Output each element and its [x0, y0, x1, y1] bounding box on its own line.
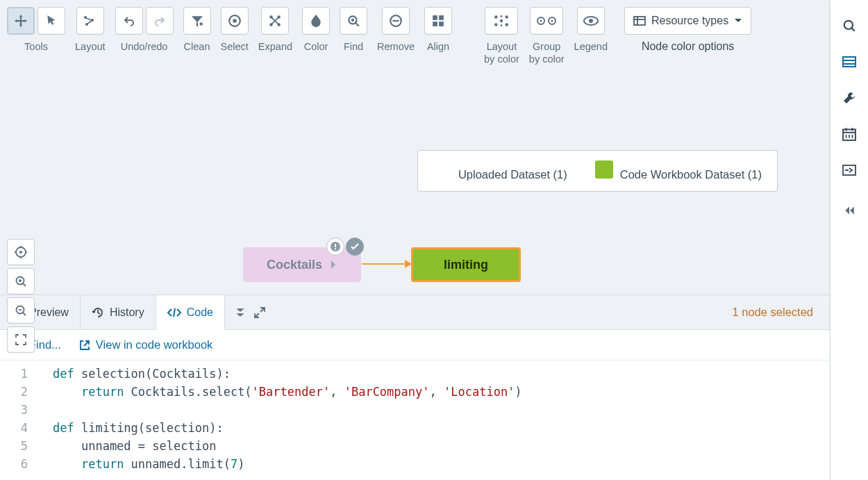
legend-label: Legend [574, 40, 608, 53]
rail-schedule-icon[interactable] [836, 121, 862, 147]
svg-point-22 [506, 15, 508, 18]
undo-redo-label: Undo/redo [121, 40, 168, 53]
expand-icon[interactable] [254, 307, 265, 318]
remove-label: Remove [377, 40, 415, 53]
svg-rect-67 [843, 165, 856, 175]
rail-list-icon[interactable] [836, 49, 862, 75]
svg-point-3 [199, 22, 203, 26]
tools-label: Tools [24, 40, 48, 53]
node-limiting-label: limiting [444, 258, 488, 272]
svg-line-47 [23, 313, 26, 315]
resource-types-dropdown[interactable]: Resource types [624, 7, 751, 35]
toolbar: Tools Layout Undo/redo Clean Select [0, 0, 830, 68]
history-icon [92, 306, 104, 319]
tool-pointer[interactable] [37, 7, 65, 35]
svg-point-23 [506, 23, 508, 26]
select-button[interactable] [221, 7, 249, 35]
node-cocktails-label: Cocktails [267, 258, 322, 272]
external-link-icon [79, 340, 90, 351]
layout-by-color-label: Layout by color [484, 40, 519, 65]
clean-button[interactable] [183, 7, 211, 35]
svg-rect-18 [433, 22, 437, 26]
find-button[interactable] [340, 7, 367, 35]
rail-collapse-icon[interactable] [836, 197, 862, 224]
clean-label: Clean [184, 40, 210, 53]
svg-point-26 [501, 24, 503, 26]
tab-code[interactable]: Code [156, 295, 225, 329]
svg-point-24 [500, 19, 503, 22]
svg-rect-16 [433, 15, 437, 20]
rail-checks-icon[interactable] [836, 157, 862, 183]
legend-swatch-workbook [595, 160, 613, 179]
node-badge-warning[interactable] [326, 238, 344, 256]
color-button[interactable] [302, 7, 330, 35]
tab-preview-label: Preview [29, 306, 69, 319]
svg-point-25 [501, 15, 503, 17]
group-by-color-button[interactable] [530, 7, 563, 35]
node-limiting[interactable]: limiting [411, 247, 521, 282]
zoom-in-button[interactable] [7, 268, 35, 295]
align-label: Align [427, 40, 449, 53]
svg-rect-51 [335, 249, 336, 250]
svg-line-56 [851, 28, 854, 31]
collapse-icon[interactable] [235, 307, 246, 318]
view-in-workbook-label: View in code workbook [96, 338, 212, 351]
code-body: def selection(Cocktails): return Cocktai… [39, 361, 522, 480]
rail-build-icon[interactable] [836, 85, 862, 111]
svg-point-32 [589, 19, 593, 23]
right-rail [830, 0, 868, 480]
group-by-color-label: Group by color [529, 40, 565, 65]
expand-label: Expand [258, 40, 292, 53]
legend-workbook-label: Code Workbook Dataset (1) [620, 168, 762, 181]
tab-history[interactable]: History [81, 295, 156, 329]
svg-point-20 [495, 15, 498, 18]
svg-point-29 [540, 20, 542, 22]
zoom-locate-button[interactable] [7, 239, 35, 265]
chevron-down-icon [734, 18, 742, 24]
tool-move[interactable] [7, 7, 35, 35]
node-badge-success[interactable] [346, 238, 364, 256]
tab-history-label: History [110, 306, 144, 319]
tab-code-label: Code [187, 306, 213, 319]
color-label: Color [304, 40, 328, 53]
redo-button[interactable] [146, 7, 174, 35]
remove-button[interactable] [382, 7, 410, 35]
zoom-fit-button[interactable] [7, 326, 35, 353]
svg-point-30 [551, 20, 553, 22]
svg-rect-19 [439, 22, 444, 26]
graph-canvas[interactable]: Uploaded Dataset (1) Code Workbook Datas… [0, 68, 830, 295]
svg-rect-17 [439, 15, 444, 20]
layout-by-color-button[interactable] [485, 7, 518, 35]
svg-line-43 [23, 283, 26, 286]
zoom-out-button[interactable] [7, 297, 35, 324]
find-label: Find [344, 40, 363, 53]
select-label: Select [221, 40, 249, 53]
node-color-options-label: Node color options [642, 40, 734, 53]
line-numbers: 1 2 3 4 5 6 [0, 361, 39, 480]
svg-line-11 [356, 23, 358, 26]
layout-button[interactable] [76, 7, 104, 35]
edge-arrow [362, 263, 411, 265]
legend-box: Uploaded Dataset (1) Code Workbook Datas… [417, 150, 778, 192]
legend-button[interactable] [577, 7, 605, 35]
expand-button[interactable] [261, 7, 289, 35]
code-panel: Find... View in code workbook 1 2 3 4 5 … [0, 329, 830, 480]
chevron-right-icon [329, 259, 337, 270]
svg-point-5 [233, 19, 237, 23]
svg-point-55 [844, 21, 853, 29]
legend-swatch-uploaded [433, 160, 451, 179]
code-editor[interactable]: 1 2 3 4 5 6 def selection(Cocktails): re… [0, 361, 830, 480]
undo-button[interactable] [115, 7, 143, 35]
bottom-tabbar: Preview History Code 1 node selected [0, 295, 830, 329]
code-icon [167, 308, 181, 317]
svg-rect-33 [634, 17, 645, 25]
svg-point-37 [19, 251, 22, 254]
rail-search-icon[interactable] [836, 13, 862, 39]
align-button[interactable] [424, 7, 452, 35]
layout-label: Layout [75, 40, 106, 53]
legend-uploaded-label: Uploaded Dataset (1) [458, 168, 567, 181]
svg-point-21 [495, 23, 498, 26]
resource-types-label: Resource types [651, 15, 728, 27]
selection-status: 1 node selected [732, 295, 830, 329]
view-in-workbook-button[interactable]: View in code workbook [79, 338, 212, 351]
